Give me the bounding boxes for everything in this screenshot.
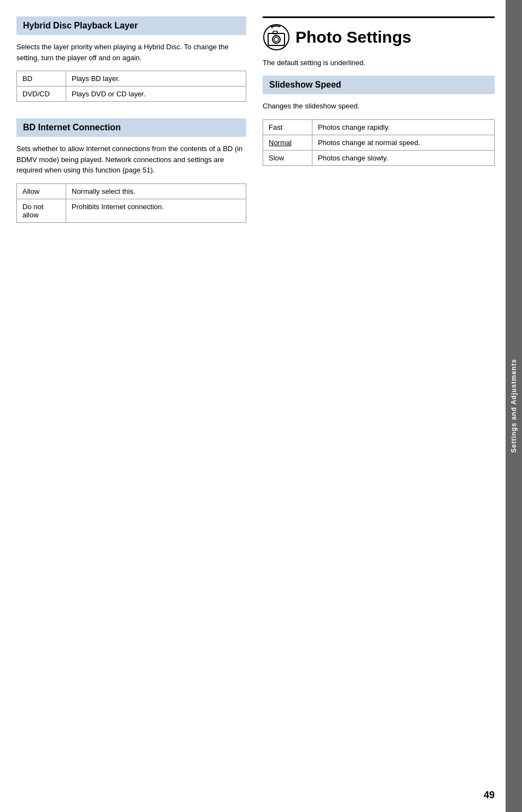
hybrid-disc-header: Hybrid Disc Playback Layer <box>16 16 246 35</box>
right-column: Photo Settings The default setting is un… <box>263 16 495 796</box>
hybrid-disc-description: Selects the layer priority when playing … <box>16 42 246 63</box>
bd-internet-table: Allow Normally select this. Do not allow… <box>16 183 246 223</box>
table-cell-option: Allow <box>17 183 66 199</box>
default-note: The default setting is underlined. <box>263 59 495 67</box>
table-row: Fast Photos change rapidly. <box>263 119 495 135</box>
table-cell-desc: Plays DVD or CD layer. <box>66 87 246 102</box>
slideshow-speed-header: Slideshow Speed <box>263 76 495 94</box>
table-cell-option: Normal <box>263 135 312 150</box>
table-row: BD Plays BD layer. <box>17 71 246 87</box>
table-cell-option: Fast <box>263 119 312 135</box>
table-cell-desc: Photos change at normal speed. <box>312 135 495 150</box>
slideshow-speed-section: Slideshow Speed Changes the slideshow sp… <box>263 76 495 166</box>
bd-internet-section: BD Internet Connection Sets whether to a… <box>16 118 246 223</box>
table-cell-option: Slow <box>263 150 312 165</box>
side-tab-label: Settings and Adjustments <box>510 359 518 453</box>
photo-settings-icon <box>263 24 290 51</box>
page-number: 49 <box>484 790 495 801</box>
bd-internet-description: Sets whether to allow Internet connectio… <box>16 143 246 176</box>
photo-settings-title: Photo Settings <box>295 28 411 47</box>
table-row: Do not allow Prohibits Internet connecti… <box>17 199 246 222</box>
left-column: Hybrid Disc Playback Layer Selects the l… <box>16 16 246 796</box>
table-cell-desc: Photos change rapidly. <box>312 119 495 135</box>
svg-point-3 <box>272 36 280 43</box>
table-cell-option: DVD/CD <box>17 87 66 102</box>
bd-internet-title: BD Internet Connection <box>23 123 121 132</box>
table-row: Allow Normally select this. <box>17 183 246 199</box>
table-cell-option: Do not allow <box>17 199 66 222</box>
table-row: DVD/CD Plays DVD or CD layer. <box>17 87 246 102</box>
slideshow-speed-title: Slideshow Speed <box>269 80 341 89</box>
table-cell-desc: Normally select this. <box>66 183 246 199</box>
hybrid-disc-section: Hybrid Disc Playback Layer Selects the l… <box>16 16 246 102</box>
table-cell-option: BD <box>17 71 66 87</box>
hybrid-disc-table: BD Plays BD layer. DVD/CD Plays DVD or C… <box>16 71 246 102</box>
table-cell-desc: Plays BD layer. <box>66 71 246 87</box>
side-tab: Settings and Adjustments <box>506 0 522 812</box>
table-cell-desc: Photos change slowly. <box>312 150 495 165</box>
svg-rect-5 <box>273 31 277 34</box>
table-row: Slow Photos change slowly. <box>263 150 495 165</box>
table-cell-desc: Prohibits Internet connection. <box>66 199 246 222</box>
svg-point-4 <box>274 37 279 42</box>
slideshow-speed-table: Fast Photos change rapidly. Normal Photo… <box>263 119 495 166</box>
table-row: Normal Photos change at normal speed. <box>263 135 495 150</box>
slideshow-speed-description: Changes the slideshow speed. <box>263 101 495 112</box>
photo-settings-header: Photo Settings <box>263 16 495 51</box>
hybrid-disc-title: Hybrid Disc Playback Layer <box>23 21 138 30</box>
bd-internet-header: BD Internet Connection <box>16 118 246 137</box>
